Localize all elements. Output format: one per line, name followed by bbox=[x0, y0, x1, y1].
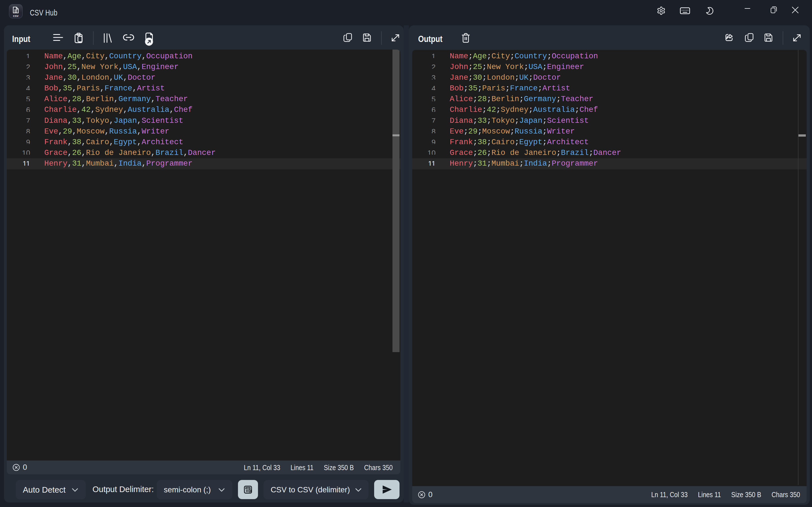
svg-text:CSV: CSV bbox=[13, 15, 18, 17]
